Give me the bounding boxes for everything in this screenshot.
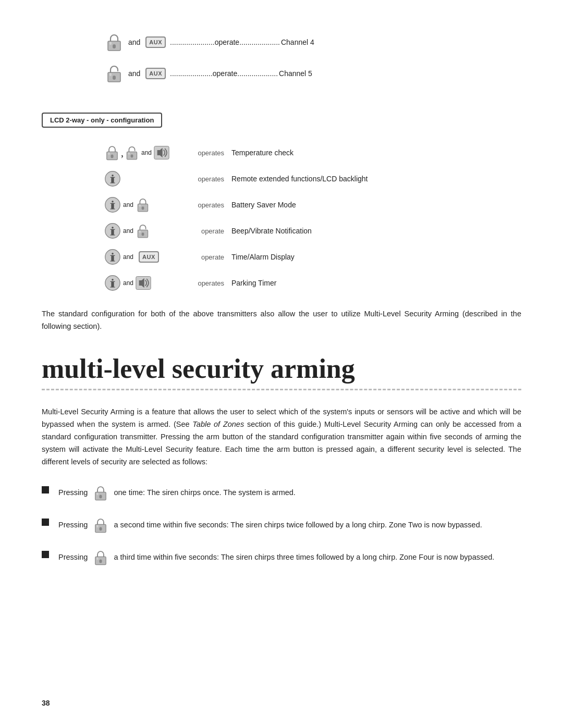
bullet-item-3: Pressing a third time within five second…: [42, 549, 521, 566]
config-row-6: and operates Parking Timer: [104, 274, 521, 292]
bullet-text-1: one time: The siren chirps once. The sys…: [114, 488, 295, 496]
svg-point-55: [97, 557, 99, 560]
lock-closed-icon-3: [136, 196, 150, 213]
bullet-content-3: Pressing a third time within five second…: [58, 549, 521, 566]
lock-closed-icon: [104, 31, 124, 53]
config-label-5: operate: [188, 253, 224, 261]
body-text-2: Multi-Level Security Arming is a feature…: [42, 406, 521, 468]
config-row-2: operates Remote extended functions/LCD b…: [104, 169, 521, 188]
aux-badge-row5: AUX: [139, 251, 159, 263]
svg-point-41: [112, 279, 114, 281]
lock-open-icon-4: [136, 223, 150, 239]
config-label-2: operates: [188, 175, 224, 183]
dots-4: ......................operate...........…: [170, 38, 280, 46]
svg-point-11: [128, 152, 130, 155]
svg-rect-29: [111, 229, 114, 235]
lock-bullet-3: [93, 549, 108, 566]
circle-info-icon-5: [104, 249, 121, 265]
config-row-5: and AUX operate Time/Alarm Display: [104, 248, 521, 266]
config-label-1: operates: [188, 149, 224, 157]
config-label-6: operates: [188, 279, 224, 287]
channel-row-4: and AUX ......................operate...…: [104, 31, 521, 53]
svg-rect-16: [111, 177, 114, 183]
bullet-square-3: [42, 551, 49, 558]
config-icons-1: , and: [104, 144, 188, 162]
channel-4-label: Channel 4: [281, 38, 314, 46]
channel-5-label: Channel 5: [279, 69, 312, 78]
svg-rect-51: [100, 527, 102, 530]
config-label-4: operate: [188, 227, 224, 235]
bullet-item-1: Pressing one time: The siren chirps once…: [42, 484, 521, 502]
svg-rect-21: [111, 203, 114, 209]
svg-rect-42: [111, 281, 114, 287]
circle-info-icon-2: [104, 170, 121, 187]
lock-closed-icon-1: [104, 144, 120, 162]
and-label-row5: and: [123, 253, 133, 261]
config-label-3: operates: [188, 201, 224, 209]
bullet-text-3: a third time within five seconds: The si…: [114, 552, 494, 561]
bullet-content-1: Pressing one time: The siren chirps once…: [58, 484, 521, 502]
svg-point-20: [112, 201, 114, 203]
comma-1: ,: [121, 147, 124, 159]
config-desc-6: Parking Timer: [231, 279, 276, 287]
lock-bullet-2: [93, 516, 108, 534]
and-label-row1: and: [141, 149, 152, 156]
aux-badge-5: AUX: [145, 68, 166, 79]
and-label-row4: and: [123, 227, 133, 235]
svg-rect-10: [131, 154, 133, 157]
config-table: , and operates Temperature check: [104, 143, 521, 292]
page-content: and AUX ......................operate...…: [42, 31, 521, 566]
and-label-row6: and: [123, 279, 133, 287]
section-heading: multi-level security arming: [42, 354, 521, 390]
config-icons-2: [104, 170, 188, 187]
and-label-5: and: [128, 69, 140, 78]
pressing-label-1: Pressing: [58, 488, 90, 496]
config-desc-4: Beep/Vibrate Notification: [231, 227, 312, 235]
config-desc-1: Temperature check: [231, 149, 293, 157]
config-row-3: and operates Battery Saver Mode: [104, 195, 521, 214]
svg-rect-37: [111, 255, 114, 261]
config-desc-2: Remote extended functions/LCD backlight: [231, 175, 368, 183]
speaker-icon-1: [154, 145, 169, 160]
svg-point-15: [112, 175, 114, 177]
svg-rect-25: [142, 206, 144, 209]
svg-rect-1: [113, 44, 116, 48]
svg-rect-54: [100, 559, 102, 563]
lcd-box: LCD 2-way - only - configuration: [42, 113, 162, 128]
bullet-square-1: [42, 486, 49, 493]
circle-info-icon-4: [104, 223, 121, 239]
config-icons-4: and: [104, 223, 188, 239]
svg-point-2: [109, 42, 112, 45]
channel-row-5: and AUX .....................operate....…: [104, 63, 521, 84]
dots-5: .....................operate............…: [170, 69, 278, 78]
svg-point-28: [112, 227, 114, 229]
bullet-text-2: a second time within five seconds: The s…: [114, 520, 482, 528]
bullet-content-2: Pressing a second time within five secon…: [58, 516, 521, 534]
aux-badge-4: AUX: [145, 36, 166, 48]
svg-point-49: [97, 492, 99, 495]
svg-point-52: [97, 525, 99, 527]
and-label-row3: and: [123, 201, 133, 208]
config-row-1: , and operates Temperature check: [104, 143, 521, 162]
body-text-1: The standard configuration for both of t…: [42, 308, 521, 333]
config-desc-5: Time/Alarm Display: [231, 253, 295, 261]
lock-open-icon-1: [125, 144, 139, 161]
bullet-item-2: Pressing a second time within five secon…: [42, 516, 521, 534]
config-icons-6: and: [104, 275, 188, 291]
config-desc-3: Battery Saver Mode: [231, 201, 296, 209]
config-icons-3: and: [104, 196, 188, 213]
config-row-4: and operate Beep/Vibrate Notification: [104, 221, 521, 240]
svg-rect-33: [142, 232, 144, 236]
svg-point-36: [112, 253, 114, 255]
svg-point-34: [139, 230, 141, 233]
lock-open-icon: [104, 63, 124, 84]
svg-rect-48: [100, 495, 102, 498]
circle-info-icon-3: [104, 196, 121, 213]
svg-rect-4: [113, 76, 116, 80]
svg-rect-7: [111, 154, 113, 158]
and-label-4: and: [128, 38, 140, 46]
bullet-square-2: [42, 519, 49, 526]
svg-point-5: [109, 73, 112, 76]
config-icons-5: and AUX: [104, 249, 188, 265]
channel-rows: and AUX ......................operate...…: [104, 31, 521, 84]
